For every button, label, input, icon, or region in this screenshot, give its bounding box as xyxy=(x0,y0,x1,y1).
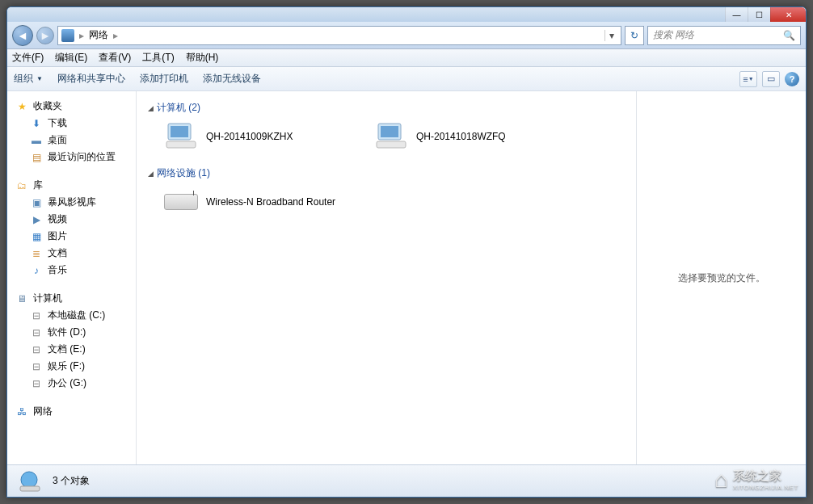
video-icon: ▶ xyxy=(30,214,43,225)
download-icon: ⬇ xyxy=(30,118,43,129)
sidebar-item-videos[interactable]: ▶视频 xyxy=(7,211,136,228)
menu-help[interactable]: 帮助(H) xyxy=(186,51,219,65)
sidebar-item-music[interactable]: ♪音乐 xyxy=(7,262,136,279)
sidebar-item-desktop[interactable]: ▬桌面 xyxy=(7,132,136,149)
sidebar-item-documents[interactable]: ≣文档 xyxy=(7,245,136,262)
document-icon: ≣ xyxy=(30,248,43,259)
network-location-icon xyxy=(61,29,74,42)
menu-file[interactable]: 文件(F) xyxy=(12,51,44,65)
body: ★收藏夹 ⬇下载 ▬桌面 ▤最近访问的位置 🗂库 ▣暴风影视库 ▶视频 ▦图片 … xyxy=(7,91,806,464)
group-header-computers[interactable]: ◢ 计算机 (2) xyxy=(148,101,625,115)
item-label: QH-20141018WZFQ xyxy=(416,131,506,142)
network-computer-item[interactable]: QH-20141018WZFQ xyxy=(374,121,552,152)
titlebar: — ☐ ✕ xyxy=(7,7,806,22)
refresh-button[interactable]: ↻ xyxy=(625,26,644,45)
organize-button[interactable]: 组织 ▼ xyxy=(14,72,43,86)
sidebar-item-downloads[interactable]: ⬇下载 xyxy=(7,115,136,132)
media-icon: ▣ xyxy=(30,197,43,208)
group-header-devices[interactable]: ◢ 网络设施 (1) xyxy=(148,166,625,180)
network-computer-item[interactable]: QH-20141009KZHX xyxy=(164,121,342,152)
svg-rect-5 xyxy=(377,141,406,148)
menubar: 文件(F) 编辑(E) 查看(V) 工具(T) 帮助(H) xyxy=(7,49,806,67)
sidebar-item-drive-e[interactable]: ⊟文档 (E:) xyxy=(7,341,136,358)
back-button[interactable]: ◄ xyxy=(12,25,33,46)
recent-icon: ▤ xyxy=(30,152,43,163)
minimize-button[interactable]: — xyxy=(725,7,748,22)
content-pane[interactable]: ◢ 计算机 (2) QH-20141009KZHX QH-20141018WZF… xyxy=(137,91,636,464)
sidebar-item-recent[interactable]: ▤最近访问的位置 xyxy=(7,149,136,166)
computer-icon: 🖥 xyxy=(15,293,28,304)
drive-icon: ⊟ xyxy=(30,344,43,355)
svg-rect-2 xyxy=(166,141,196,148)
svg-rect-1 xyxy=(171,126,188,137)
forward-button[interactable]: ► xyxy=(36,27,54,44)
toolbar: 组织 ▼ 网络和共享中心 添加打印机 添加无线设备 ≡ ▼ ▭ ? xyxy=(7,67,806,91)
breadcrumb-item[interactable]: 网络 xyxy=(89,28,108,42)
collapse-icon: ◢ xyxy=(148,104,154,112)
network-icon: 🖧 xyxy=(15,406,28,418)
preview-placeholder: 选择要预览的文件。 xyxy=(678,271,765,285)
navbar: ◄ ► ▸ 网络 ▸ ▾ ↻ 搜索 网络 🔍 xyxy=(7,22,806,49)
item-label: QH-20141009KZHX xyxy=(206,131,293,142)
watermark: ⌂ 系统之家 XITONGZHIJIA.NET xyxy=(714,467,798,493)
menu-edit[interactable]: 编辑(E) xyxy=(55,51,87,65)
house-icon: ⌂ xyxy=(714,467,728,493)
view-options-button[interactable]: ≡ ▼ xyxy=(739,71,757,87)
search-input[interactable]: 搜索 网络 🔍 xyxy=(647,26,801,45)
toolbar-add-printer[interactable]: 添加打印机 xyxy=(140,72,188,86)
svg-rect-7 xyxy=(20,486,40,491)
menu-tools[interactable]: 工具(T) xyxy=(142,51,174,65)
sidebar-computer[interactable]: 🖥计算机 xyxy=(7,290,136,307)
drive-icon: ⊟ xyxy=(30,378,43,389)
library-icon: 🗂 xyxy=(15,180,28,191)
computer-icon xyxy=(164,121,198,152)
sidebar: ★收藏夹 ⬇下载 ▬桌面 ▤最近访问的位置 🗂库 ▣暴风影视库 ▶视频 ▦图片 … xyxy=(7,91,137,464)
search-icon: 🔍 xyxy=(783,30,795,41)
breadcrumb-separator-icon: ▸ xyxy=(79,30,84,41)
collapse-icon: ◢ xyxy=(148,170,154,178)
sidebar-favorites[interactable]: ★收藏夹 xyxy=(7,98,136,115)
preview-pane: 选择要预览的文件。 xyxy=(636,91,806,464)
address-bar[interactable]: ▸ 网络 ▸ ▾ xyxy=(57,26,621,45)
sidebar-network[interactable]: 🖧网络 xyxy=(7,403,136,420)
computer-icon xyxy=(374,121,408,152)
sidebar-item-pictures[interactable]: ▦图片 xyxy=(7,228,136,245)
explorer-window: — ☐ ✕ ◄ ► ▸ 网络 ▸ ▾ ↻ 搜索 网络 🔍 文件(F) 编辑(E)… xyxy=(6,6,807,498)
sidebar-item-drive-f[interactable]: ⊟娱乐 (F:) xyxy=(7,358,136,375)
network-device-item[interactable]: Wireless-N Broadband Router xyxy=(164,187,342,217)
star-icon: ★ xyxy=(15,101,28,112)
status-text: 3 个对象 xyxy=(53,474,90,488)
address-dropdown-icon[interactable]: ▾ xyxy=(604,30,617,41)
toolbar-add-wireless[interactable]: 添加无线设备 xyxy=(203,72,261,86)
drive-icon: ⊟ xyxy=(30,361,43,372)
sidebar-item-drive-c[interactable]: ⊟本地磁盘 (C:) xyxy=(7,307,136,324)
preview-pane-button[interactable]: ▭ xyxy=(762,71,780,87)
svg-rect-4 xyxy=(381,126,398,137)
sidebar-item-drive-d[interactable]: ⊟软件 (D:) xyxy=(7,324,136,341)
router-icon xyxy=(164,187,198,217)
menu-view[interactable]: 查看(V) xyxy=(99,51,131,65)
toolbar-network-center[interactable]: 网络和共享中心 xyxy=(57,72,125,86)
sidebar-libraries[interactable]: 🗂库 xyxy=(7,177,136,194)
desktop-icon: ▬ xyxy=(30,135,43,146)
drive-icon: ⊟ xyxy=(30,327,43,338)
close-button[interactable]: ✕ xyxy=(770,7,806,22)
statusbar: 3 个对象 xyxy=(7,464,806,497)
help-icon[interactable]: ? xyxy=(785,72,799,86)
network-icon xyxy=(15,468,43,494)
picture-icon: ▦ xyxy=(30,231,43,242)
item-label: Wireless-N Broadband Router xyxy=(206,196,335,208)
breadcrumb-separator-icon: ▸ xyxy=(113,30,118,41)
maximize-button[interactable]: ☐ xyxy=(748,7,770,22)
music-icon: ♪ xyxy=(30,265,43,276)
sidebar-item-storm[interactable]: ▣暴风影视库 xyxy=(7,194,136,211)
sidebar-item-drive-g[interactable]: ⊟办公 (G:) xyxy=(7,375,136,392)
svg-point-6 xyxy=(21,472,37,488)
drive-icon: ⊟ xyxy=(30,310,43,321)
search-placeholder: 搜索 网络 xyxy=(653,28,694,42)
